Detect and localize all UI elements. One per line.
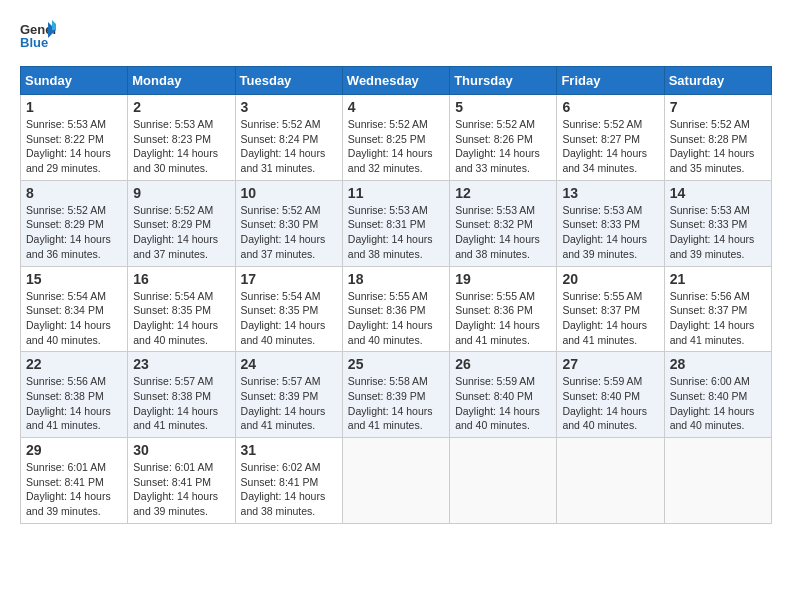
calendar-table: SundayMondayTuesdayWednesdayThursdayFrid…: [20, 66, 772, 524]
calendar-cell: 6 Sunrise: 5:52 AM Sunset: 8:27 PM Dayli…: [557, 95, 664, 181]
day-number: 22: [26, 356, 122, 372]
day-number: 11: [348, 185, 444, 201]
day-number: 17: [241, 271, 337, 287]
day-number: 28: [670, 356, 766, 372]
day-info: Sunrise: 5:57 AM Sunset: 8:38 PM Dayligh…: [133, 374, 229, 433]
day-info: Sunrise: 5:52 AM Sunset: 8:26 PM Dayligh…: [455, 117, 551, 176]
day-info: Sunrise: 6:02 AM Sunset: 8:41 PM Dayligh…: [241, 460, 337, 519]
calendar-cell: 18 Sunrise: 5:55 AM Sunset: 8:36 PM Dayl…: [342, 266, 449, 352]
day-number: 13: [562, 185, 658, 201]
calendar-cell: 4 Sunrise: 5:52 AM Sunset: 8:25 PM Dayli…: [342, 95, 449, 181]
logo-icon: General Blue: [20, 20, 56, 50]
day-number: 21: [670, 271, 766, 287]
logo: General Blue: [20, 20, 60, 50]
calendar-cell: 5 Sunrise: 5:52 AM Sunset: 8:26 PM Dayli…: [450, 95, 557, 181]
day-info: Sunrise: 5:52 AM Sunset: 8:29 PM Dayligh…: [26, 203, 122, 262]
calendar-cell: 26 Sunrise: 5:59 AM Sunset: 8:40 PM Dayl…: [450, 352, 557, 438]
calendar-cell: 23 Sunrise: 5:57 AM Sunset: 8:38 PM Dayl…: [128, 352, 235, 438]
day-info: Sunrise: 5:59 AM Sunset: 8:40 PM Dayligh…: [562, 374, 658, 433]
day-info: Sunrise: 6:01 AM Sunset: 8:41 PM Dayligh…: [26, 460, 122, 519]
day-info: Sunrise: 5:54 AM Sunset: 8:35 PM Dayligh…: [133, 289, 229, 348]
day-info: Sunrise: 5:53 AM Sunset: 8:33 PM Dayligh…: [670, 203, 766, 262]
day-number: 24: [241, 356, 337, 372]
day-number: 20: [562, 271, 658, 287]
day-number: 2: [133, 99, 229, 115]
day-info: Sunrise: 5:53 AM Sunset: 8:22 PM Dayligh…: [26, 117, 122, 176]
calendar-cell: [557, 438, 664, 524]
day-number: 1: [26, 99, 122, 115]
calendar-cell: [664, 438, 771, 524]
day-number: 23: [133, 356, 229, 372]
day-info: Sunrise: 5:52 AM Sunset: 8:27 PM Dayligh…: [562, 117, 658, 176]
day-info: Sunrise: 5:57 AM Sunset: 8:39 PM Dayligh…: [241, 374, 337, 433]
week-row-4: 22 Sunrise: 5:56 AM Sunset: 8:38 PM Dayl…: [21, 352, 772, 438]
day-info: Sunrise: 5:52 AM Sunset: 8:28 PM Dayligh…: [670, 117, 766, 176]
day-number: 4: [348, 99, 444, 115]
day-number: 9: [133, 185, 229, 201]
day-number: 18: [348, 271, 444, 287]
calendar-cell: 28 Sunrise: 6:00 AM Sunset: 8:40 PM Dayl…: [664, 352, 771, 438]
calendar-cell: 25 Sunrise: 5:58 AM Sunset: 8:39 PM Dayl…: [342, 352, 449, 438]
calendar-header-row: SundayMondayTuesdayWednesdayThursdayFrid…: [21, 67, 772, 95]
header-saturday: Saturday: [664, 67, 771, 95]
week-row-2: 8 Sunrise: 5:52 AM Sunset: 8:29 PM Dayli…: [21, 180, 772, 266]
calendar-cell: 19 Sunrise: 5:55 AM Sunset: 8:36 PM Dayl…: [450, 266, 557, 352]
day-number: 25: [348, 356, 444, 372]
day-number: 29: [26, 442, 122, 458]
calendar-cell: 13 Sunrise: 5:53 AM Sunset: 8:33 PM Dayl…: [557, 180, 664, 266]
day-info: Sunrise: 5:56 AM Sunset: 8:37 PM Dayligh…: [670, 289, 766, 348]
calendar-cell: [450, 438, 557, 524]
day-number: 5: [455, 99, 551, 115]
week-row-5: 29 Sunrise: 6:01 AM Sunset: 8:41 PM Dayl…: [21, 438, 772, 524]
header-thursday: Thursday: [450, 67, 557, 95]
header-tuesday: Tuesday: [235, 67, 342, 95]
day-number: 30: [133, 442, 229, 458]
week-row-3: 15 Sunrise: 5:54 AM Sunset: 8:34 PM Dayl…: [21, 266, 772, 352]
day-number: 26: [455, 356, 551, 372]
day-info: Sunrise: 6:01 AM Sunset: 8:41 PM Dayligh…: [133, 460, 229, 519]
day-info: Sunrise: 5:52 AM Sunset: 8:29 PM Dayligh…: [133, 203, 229, 262]
calendar-cell: 27 Sunrise: 5:59 AM Sunset: 8:40 PM Dayl…: [557, 352, 664, 438]
day-number: 10: [241, 185, 337, 201]
calendar-cell: 12 Sunrise: 5:53 AM Sunset: 8:32 PM Dayl…: [450, 180, 557, 266]
calendar-cell: 17 Sunrise: 5:54 AM Sunset: 8:35 PM Dayl…: [235, 266, 342, 352]
day-number: 8: [26, 185, 122, 201]
calendar-cell: 3 Sunrise: 5:52 AM Sunset: 8:24 PM Dayli…: [235, 95, 342, 181]
day-number: 27: [562, 356, 658, 372]
day-info: Sunrise: 5:53 AM Sunset: 8:33 PM Dayligh…: [562, 203, 658, 262]
day-number: 3: [241, 99, 337, 115]
day-info: Sunrise: 5:58 AM Sunset: 8:39 PM Dayligh…: [348, 374, 444, 433]
page-header: General Blue: [20, 20, 772, 50]
header-friday: Friday: [557, 67, 664, 95]
calendar-cell: [342, 438, 449, 524]
calendar-cell: 20 Sunrise: 5:55 AM Sunset: 8:37 PM Dayl…: [557, 266, 664, 352]
calendar-cell: 16 Sunrise: 5:54 AM Sunset: 8:35 PM Dayl…: [128, 266, 235, 352]
day-info: Sunrise: 6:00 AM Sunset: 8:40 PM Dayligh…: [670, 374, 766, 433]
calendar-cell: 29 Sunrise: 6:01 AM Sunset: 8:41 PM Dayl…: [21, 438, 128, 524]
day-info: Sunrise: 5:53 AM Sunset: 8:23 PM Dayligh…: [133, 117, 229, 176]
day-info: Sunrise: 5:52 AM Sunset: 8:25 PM Dayligh…: [348, 117, 444, 176]
day-number: 19: [455, 271, 551, 287]
calendar-cell: 11 Sunrise: 5:53 AM Sunset: 8:31 PM Dayl…: [342, 180, 449, 266]
calendar-cell: 10 Sunrise: 5:52 AM Sunset: 8:30 PM Dayl…: [235, 180, 342, 266]
day-info: Sunrise: 5:54 AM Sunset: 8:35 PM Dayligh…: [241, 289, 337, 348]
day-number: 14: [670, 185, 766, 201]
day-info: Sunrise: 5:55 AM Sunset: 8:36 PM Dayligh…: [348, 289, 444, 348]
header-wednesday: Wednesday: [342, 67, 449, 95]
header-sunday: Sunday: [21, 67, 128, 95]
day-number: 31: [241, 442, 337, 458]
day-info: Sunrise: 5:56 AM Sunset: 8:38 PM Dayligh…: [26, 374, 122, 433]
calendar-cell: 1 Sunrise: 5:53 AM Sunset: 8:22 PM Dayli…: [21, 95, 128, 181]
calendar-cell: 2 Sunrise: 5:53 AM Sunset: 8:23 PM Dayli…: [128, 95, 235, 181]
calendar-cell: 31 Sunrise: 6:02 AM Sunset: 8:41 PM Dayl…: [235, 438, 342, 524]
week-row-1: 1 Sunrise: 5:53 AM Sunset: 8:22 PM Dayli…: [21, 95, 772, 181]
calendar-cell: 15 Sunrise: 5:54 AM Sunset: 8:34 PM Dayl…: [21, 266, 128, 352]
day-info: Sunrise: 5:52 AM Sunset: 8:24 PM Dayligh…: [241, 117, 337, 176]
day-number: 15: [26, 271, 122, 287]
header-monday: Monday: [128, 67, 235, 95]
svg-text:Blue: Blue: [20, 35, 48, 50]
calendar-cell: 9 Sunrise: 5:52 AM Sunset: 8:29 PM Dayli…: [128, 180, 235, 266]
day-info: Sunrise: 5:55 AM Sunset: 8:36 PM Dayligh…: [455, 289, 551, 348]
calendar-cell: 22 Sunrise: 5:56 AM Sunset: 8:38 PM Dayl…: [21, 352, 128, 438]
day-number: 6: [562, 99, 658, 115]
